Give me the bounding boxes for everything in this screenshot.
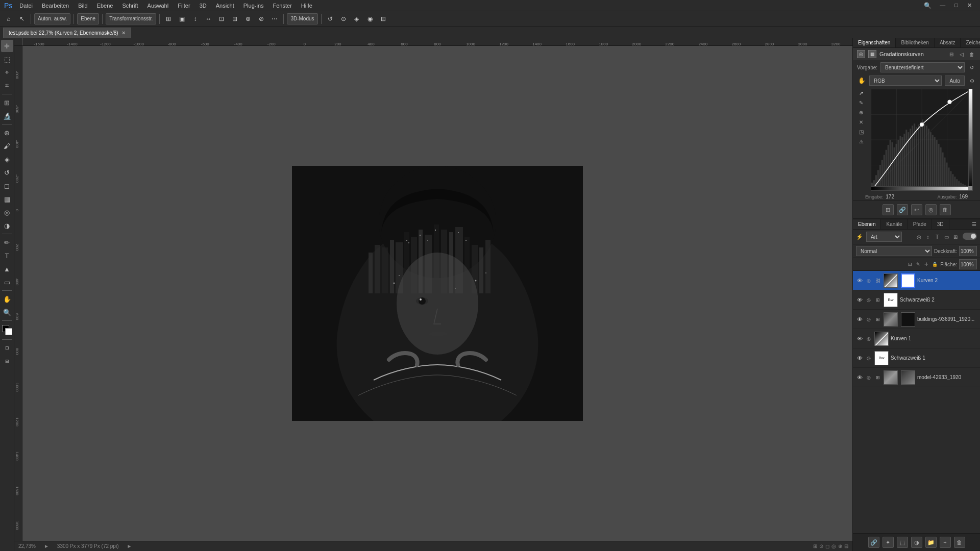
prop-icon-new[interactable]: ⊞ (883, 204, 894, 215)
align-btn-6[interactable]: ⊟ (229, 13, 240, 24)
align-btn-8[interactable]: ⊘ (256, 13, 267, 24)
menu-item-filter[interactable]: Filter (174, 2, 194, 10)
auton-dropdown[interactable]: Auton. ausw. (34, 13, 70, 24)
rotate-btn[interactable]: ↺ (325, 13, 336, 24)
menu-item-fenster[interactable]: Fenster (269, 2, 296, 10)
menu-item-auswahl[interactable]: Auswahl (143, 2, 173, 10)
tool-brush[interactable]: 🖌 (1, 140, 13, 152)
view-btn[interactable]: ◉ (364, 13, 376, 24)
document-indicator[interactable]: ► (44, 543, 49, 549)
filter-toggle[interactable] (963, 233, 977, 241)
status-nav-btn[interactable]: ◻ (825, 543, 829, 549)
auto-button[interactable]: Auto (945, 76, 965, 86)
layer-row-sw2[interactable]: 👁 ◎ ⊞ Bw Schwarzweiß 2 (853, 290, 980, 310)
align-btn-1[interactable]: ⊞ (163, 13, 174, 24)
minimize-btn[interactable]: — (936, 1, 949, 10)
layer-row-sw1[interactable]: 👁 ◎ Bw Schwarzweiß 1 (853, 348, 980, 368)
opacity-input[interactable] (959, 246, 977, 256)
curves-graph[interactable] (871, 89, 973, 191)
tab-close-btn[interactable]: ✕ (121, 30, 126, 36)
tool-type[interactable]: T (1, 249, 13, 262)
transform-dropdown[interactable]: Transformationsstr. (106, 13, 156, 24)
layers-mask-btn[interactable]: ⬚ (897, 537, 908, 548)
layer-vis-sw2[interactable]: 👁 (856, 296, 863, 304)
document-indicator-2[interactable]: ► (127, 543, 132, 549)
status-info-btn[interactable]: ◎ (831, 543, 836, 549)
filter-type-select[interactable]: Art (866, 232, 902, 242)
search-btn[interactable]: 🔍 (921, 1, 935, 10)
filter-icon-shape[interactable]: ▭ (942, 233, 950, 241)
menu-item-datei[interactable]: Datei (15, 2, 37, 10)
tool-select-btn[interactable]: ↖ (16, 13, 28, 24)
layer-vis-buildings[interactable]: 👁 (856, 316, 863, 323)
menu-item-3d[interactable]: 3D (195, 2, 211, 10)
tool-pen[interactable]: ✏ (1, 236, 13, 248)
document-tab[interactable]: test.psdc bei 22,7% (Kurven 2, Ebenenmas… (3, 28, 131, 38)
menu-item-ebene[interactable]: Ebene (93, 2, 117, 10)
tool-dodge[interactable]: ◑ (1, 219, 13, 232)
status-more-btn[interactable]: ⊕ (838, 543, 842, 549)
curves-add-point-tool[interactable]: ⊕ (857, 108, 865, 116)
layer-row-model[interactable]: 👁 ◎ ⊞ model-42933_1920 (853, 368, 980, 387)
canvas-viewport[interactable] (22, 46, 852, 541)
reset-btn[interactable]: ⊙ (338, 13, 349, 24)
more-options-btn[interactable]: ⋯ (269, 13, 280, 24)
align-btn-7[interactable]: ⊕ (242, 13, 254, 24)
tool-blur[interactable]: ◎ (1, 206, 13, 218)
tab-bibliotheken[interactable]: Bibliotheken (896, 38, 934, 47)
layer-row-kurven1[interactable]: 👁 ◎ Kurven 1 (853, 329, 980, 348)
preset-reset-btn[interactable]: ↺ (968, 63, 976, 71)
lock-pixels-btn[interactable]: ✎ (915, 261, 922, 268)
align-btn-3[interactable]: ↕ (189, 13, 201, 24)
maximize-btn[interactable]: □ (950, 1, 962, 10)
fill-input[interactable] (959, 259, 977, 269)
close-btn[interactable]: ✕ (963, 1, 976, 10)
tab-3d[interactable]: 3D (932, 219, 949, 229)
tab-kanaele[interactable]: Kanäle (881, 219, 908, 229)
curves-corner-scrubber[interactable] (968, 186, 972, 190)
tool-lasso[interactable]: ⌖ (1, 66, 13, 79)
layers-new-btn[interactable]: + (940, 537, 951, 548)
blend-mode-select[interactable]: Normal (856, 246, 932, 256)
layer-row-kurven2[interactable]: 👁 ◎ ⛓ Kurven 2 (853, 271, 980, 290)
tool-eyedrop[interactable]: 🔬 (1, 110, 13, 122)
tool-zoom[interactable]: 🔍 (1, 306, 13, 318)
delete-adj-btn[interactable]: 🗑 (968, 50, 976, 58)
lock-transparent-btn[interactable]: ⊡ (906, 261, 914, 268)
curves-smooth-tool[interactable]: ◳ (857, 128, 865, 136)
prop-icon-reset[interactable]: ↩ (911, 204, 922, 215)
prop-icon-delete[interactable]: 🗑 (940, 204, 951, 215)
3d-mode-btn[interactable]: 3D-Modus (287, 13, 317, 24)
menu-item-schrift[interactable]: Schrift (118, 2, 142, 10)
layers-adj-btn[interactable]: ◑ (911, 537, 922, 548)
layers-panel-menu[interactable]: ☰ (970, 220, 978, 229)
tool-quickmask[interactable]: ⊡ (1, 342, 13, 354)
curves-pencil-tool[interactable]: ✎ (857, 98, 865, 107)
layer-vis-kurven1[interactable]: 👁 (856, 335, 863, 342)
tool-gradient[interactable]: ▦ (1, 193, 13, 205)
tool-move[interactable]: ✛ (1, 40, 13, 52)
align-btn-5[interactable]: ⊡ (216, 13, 227, 24)
tool-path-select[interactable]: ▲ (1, 263, 13, 275)
tool-crop[interactable]: ⊞ (1, 96, 13, 109)
layers-delete-btn[interactable]: 🗑 (954, 537, 965, 548)
curves-finger-btn[interactable]: ✋ (857, 76, 866, 85)
tool-wand[interactable]: ⌗ (1, 80, 13, 92)
lock-position-btn[interactable]: ✛ (923, 261, 930, 268)
channel-options-btn[interactable]: ⚙ (968, 77, 976, 85)
tool-shape[interactable]: ▭ (1, 276, 13, 288)
tab-zeichen[interactable]: Zeichen (961, 38, 980, 47)
layer-vis-kurven2[interactable]: 👁 (856, 277, 863, 284)
tool-screenmode[interactable]: ⊞ (1, 355, 13, 367)
filter-icon-type[interactable]: T (933, 233, 941, 241)
layer-vis-sw1[interactable]: 👁 (856, 355, 863, 362)
tab-absatz[interactable]: Absatz (935, 38, 961, 47)
menu-item-bild[interactable]: Bild (74, 2, 91, 10)
clip-to-layer-btn[interactable]: ⊟ (947, 50, 955, 58)
filter-icon-pixel[interactable]: ◎ (915, 233, 923, 241)
channel-select[interactable]: RGB (869, 76, 942, 86)
curves-point-tool[interactable]: ↗ (857, 89, 865, 97)
tool-eraser[interactable]: ◻ (1, 180, 13, 192)
layer-row-buildings[interactable]: 👁 ◎ ⊞ buildings-936991_1920... (853, 310, 980, 329)
snap-btn[interactable]: ◈ (351, 13, 362, 24)
